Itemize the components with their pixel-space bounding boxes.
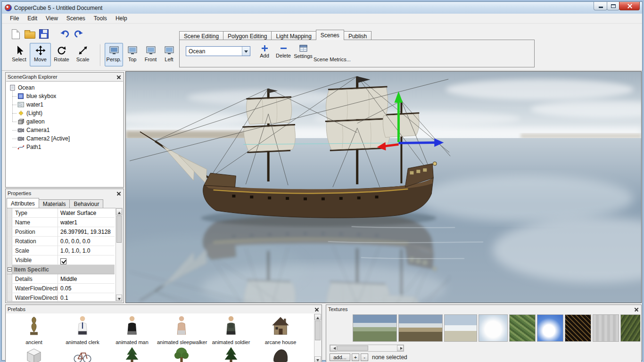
rotate-tool-button[interactable]: Rotate bbox=[51, 43, 72, 66]
scale-tool-button[interactable]: Scale bbox=[72, 43, 93, 66]
prefab-item[interactable] bbox=[256, 346, 305, 362]
tree-item-galleon[interactable]: galleon bbox=[6, 117, 123, 126]
water-icon bbox=[17, 102, 25, 107]
view-left-button[interactable]: Left bbox=[160, 43, 178, 66]
tree-item-path1[interactable]: Path1 bbox=[6, 143, 123, 151]
scrollbar-thumb[interactable] bbox=[315, 321, 321, 340]
prefab-item[interactable] bbox=[107, 346, 157, 362]
redo-button[interactable] bbox=[72, 27, 86, 41]
tab-attributes[interactable]: Attributes bbox=[7, 198, 39, 208]
view-top-button[interactable]: Top bbox=[123, 43, 141, 66]
property-value[interactable]: Water Surface bbox=[58, 208, 115, 217]
toolbar: Select Move Rotate Scale Persp. bbox=[2, 24, 642, 70]
texture-minus-button[interactable]: - bbox=[361, 354, 368, 361]
property-value[interactable]: water1 bbox=[58, 218, 115, 227]
texture-sky-panorama-2[interactable] bbox=[398, 314, 443, 342]
close-icon[interactable] bbox=[116, 74, 122, 80]
scrollbar-thumb[interactable] bbox=[116, 215, 122, 243]
scroll-up-icon[interactable] bbox=[314, 314, 321, 320]
prefab-arcane-house[interactable]: arcane house bbox=[256, 315, 305, 345]
prefab-animated-man[interactable]: animated man bbox=[107, 315, 157, 345]
tree-item-water1[interactable]: water1 bbox=[6, 100, 123, 109]
prefab-animated-soldier[interactable]: animated soldier bbox=[206, 315, 256, 345]
maximize-button[interactable] bbox=[607, 2, 619, 10]
menu-file[interactable]: File bbox=[6, 14, 23, 23]
scroll-left-icon[interactable] bbox=[330, 345, 337, 351]
undo-button[interactable] bbox=[58, 27, 72, 41]
open-button[interactable] bbox=[23, 27, 37, 41]
texture-moss-green[interactable] bbox=[620, 314, 640, 342]
scroll-right-icon[interactable] bbox=[397, 345, 404, 351]
titlebar[interactable]: CopperCube 5 - Untitled Document bbox=[2, 2, 642, 14]
property-value[interactable]: 0.1 bbox=[58, 293, 115, 302]
move-tool-button[interactable]: Move bbox=[30, 43, 51, 66]
prefab-animated-sleepwalker[interactable]: animated sleepwalker bbox=[157, 315, 206, 345]
new-document-button[interactable] bbox=[8, 27, 23, 41]
tree-item-light[interactable]: (Light) bbox=[6, 109, 123, 117]
chevron-down-icon[interactable] bbox=[242, 47, 250, 56]
view-persp-button[interactable]: Persp. bbox=[105, 43, 123, 66]
texture-ornate-lattice[interactable] bbox=[565, 314, 591, 342]
texture-plus-button[interactable]: + bbox=[352, 354, 359, 361]
visible-checkbox[interactable] bbox=[60, 258, 66, 264]
prefab-ancient[interactable]: ancient bbox=[9, 315, 58, 345]
add-texture-button[interactable]: add... bbox=[330, 354, 350, 361]
property-value[interactable]: 0.0, 0.0, 0.0 bbox=[58, 237, 115, 246]
texture-clouds[interactable] bbox=[479, 314, 508, 342]
minimize-button[interactable] bbox=[594, 2, 607, 10]
tab-publish[interactable]: Publish bbox=[344, 31, 372, 40]
tab-behaviour[interactable]: Behaviour bbox=[69, 199, 103, 208]
select-tool-button[interactable]: Select bbox=[8, 43, 30, 66]
scroll-down-icon[interactable] bbox=[314, 356, 321, 362]
viewport-3d[interactable] bbox=[125, 71, 642, 303]
scrollbar-thumb[interactable] bbox=[337, 346, 368, 351]
texture-concrete-gray[interactable] bbox=[593, 314, 619, 342]
texture-blue-sky-cloud[interactable] bbox=[537, 314, 563, 342]
tree-item-blue-skybox[interactable]: blue skybox bbox=[6, 92, 123, 100]
delete-scene-button[interactable]: Delete bbox=[273, 44, 294, 65]
textures-hscrollbar[interactable] bbox=[330, 345, 404, 352]
property-value[interactable]: 1.0, 1.0, 1.0 bbox=[58, 246, 115, 255]
close-icon[interactable] bbox=[633, 306, 639, 313]
tree-item-camera2-active[interactable]: Camera2 [Active] bbox=[6, 134, 123, 143]
menu-view[interactable]: View bbox=[41, 14, 62, 23]
menu-edit[interactable]: Edit bbox=[23, 14, 41, 23]
prefab-item[interactable] bbox=[157, 346, 206, 362]
prefab-item[interactable] bbox=[58, 346, 107, 362]
tab-materials[interactable]: Materials bbox=[39, 199, 70, 208]
close-icon[interactable] bbox=[314, 306, 320, 313]
tab-polygon-editing[interactable]: Polygon Editing bbox=[223, 31, 272, 40]
tab-scene-editing[interactable]: Scene Editing bbox=[179, 31, 223, 40]
close-icon[interactable] bbox=[116, 190, 122, 197]
prefabs-scrollbar[interactable] bbox=[314, 314, 321, 362]
prefab-animated-clerk[interactable]: animated clerk bbox=[58, 315, 107, 345]
prefab-item[interactable] bbox=[9, 346, 58, 362]
texture-terrain-green[interactable] bbox=[509, 314, 536, 342]
add-scene-button[interactable]: Add bbox=[254, 44, 275, 65]
gizmo-z-axis[interactable] bbox=[398, 142, 435, 143]
texture-sky-panorama-1[interactable] bbox=[353, 314, 397, 342]
menu-help[interactable]: Help bbox=[111, 14, 132, 23]
save-button[interactable] bbox=[37, 27, 51, 41]
collapse-icon[interactable] bbox=[8, 267, 12, 272]
property-value[interactable]: 26.397991, 19.3128 bbox=[58, 227, 115, 236]
view-label: Left bbox=[165, 57, 173, 62]
prefab-item[interactable] bbox=[206, 346, 256, 362]
scroll-up-icon[interactable] bbox=[116, 208, 122, 215]
scroll-down-icon[interactable] bbox=[116, 295, 122, 301]
texture-sky-panorama-light[interactable] bbox=[444, 314, 477, 342]
scene-metrics-button[interactable]: Scene Metrics... bbox=[314, 57, 351, 62]
tab-scenes[interactable]: Scenes bbox=[316, 30, 344, 40]
tree-item-ocean[interactable]: Ocean bbox=[6, 83, 123, 92]
close-button[interactable] bbox=[619, 2, 640, 10]
tree-item-camera1[interactable]: Camera1 bbox=[6, 126, 123, 134]
view-front-button[interactable]: Front bbox=[141, 43, 160, 66]
property-value[interactable]: Middle bbox=[58, 274, 115, 283]
menu-tools[interactable]: Tools bbox=[90, 14, 111, 23]
properties-scrollbar[interactable] bbox=[116, 208, 123, 302]
tab-light-mapping[interactable]: Light Mapping bbox=[271, 31, 316, 40]
scene-select[interactable]: Ocean bbox=[186, 46, 250, 56]
menu-scenes[interactable]: Scenes bbox=[62, 14, 90, 23]
property-value[interactable]: 0.05 bbox=[58, 284, 115, 293]
scene-settings-button[interactable]: Settings bbox=[293, 44, 314, 65]
